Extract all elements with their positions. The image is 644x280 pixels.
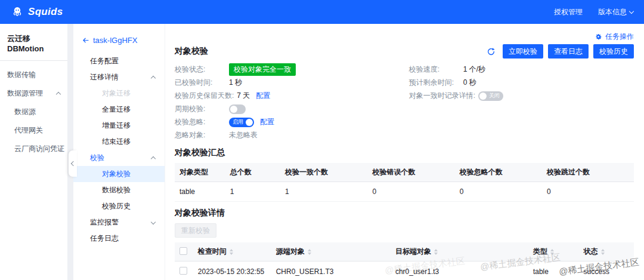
task-panel: task-lGgHFX 任务配置 迁移详情 对象迁移 全量迁移 增量迁移 [73, 24, 644, 280]
field-verified-time: 已校验时间: 1 秒 [175, 78, 409, 88]
tasknav-item-incremental-migration[interactable]: 增量迁移 [73, 118, 165, 134]
speed-label: 校验速度: [409, 64, 460, 75]
nav-version-label: 版本信息 [598, 7, 627, 17]
summary-cell: 1 [280, 182, 367, 202]
tasknav-item-task-log[interactable]: 任务日志 [73, 230, 165, 247]
field-history-days: 校验历史保留天数: 7 天 配置 [175, 91, 409, 101]
sidebar-item-label: 云厂商访问凭证 [14, 144, 64, 153]
primary-menu: 数据传输 数据源管理 数据源 代理网关 云厂商访问凭证 [0, 61, 67, 158]
toolbar: 立即校验 查看日志 校验历史 [484, 44, 634, 59]
row-select-cell [175, 261, 193, 280]
details-title: 对象校验详情 [175, 208, 634, 219]
tasknav-item-full-migration[interactable]: 全量迁移 [73, 101, 165, 118]
view-log-button[interactable]: 查看日志 [548, 44, 589, 59]
details-col-type[interactable]: 类型 [528, 242, 579, 261]
sort-icon [434, 249, 438, 255]
summary-col-skipped: 校验跳过个数 [542, 163, 634, 182]
tasknav-group-migration-detail[interactable]: 迁移详情 [73, 69, 165, 85]
field-row: 校验忽略: 启用 配置 [175, 116, 634, 128]
switch-knob [246, 119, 253, 126]
tasknav-item-task-config[interactable]: 任务配置 [73, 53, 165, 69]
verification-fields: 校验状态: 校验对象完全一致 校验速度: 1 个/秒 已校验时间: 1 秒 [175, 63, 634, 141]
details-row: 2023-05-15 20:32:55 CHR0_USER1.T3 chr0_u… [175, 261, 634, 280]
summary-title: 对象校验汇总 [175, 147, 634, 158]
sidebar-collapse-handle[interactable] [69, 150, 77, 177]
col-label: 目标端对象 [395, 247, 431, 257]
summary-table: 对象类型 总个数 校验一致个数 校验错误个数 校验忽略个数 校验跳过个数 tab… [175, 163, 634, 202]
details-table: 检查时间 源端对象 [175, 242, 634, 280]
reverify-button: 重新校验 [175, 223, 216, 238]
tasknav-item-end-migration[interactable]: 结束迁移 [73, 134, 165, 150]
cycle-verify-toggle[interactable] [229, 104, 246, 114]
history-days-config-link[interactable]: 配置 [256, 91, 270, 101]
cycle-verify-label: 周期校验: [175, 104, 226, 114]
field-status: 校验状态: 校验对象完全一致 [175, 63, 409, 76]
tasknav-group-label: 监控报警 [90, 217, 119, 227]
verified-time-value: 1 秒 [229, 78, 242, 88]
switch-knob [230, 106, 237, 113]
sidebar-item-label: 数据源 [14, 107, 36, 116]
sort-icon [308, 249, 311, 255]
status-cell: success [579, 261, 634, 280]
select-all-checkbox[interactable] [179, 247, 187, 255]
ignore-config-link[interactable]: 配置 [260, 117, 274, 127]
summary-col-error: 校验错误个数 [367, 163, 454, 182]
brand-name: Squids [28, 6, 63, 18]
chevron-down-icon [151, 219, 156, 224]
details-col-target-object[interactable]: 目标端对象 [391, 242, 528, 261]
task-operations-label: 任务操作 [605, 32, 634, 42]
nav-version-info[interactable]: 版本信息 [598, 7, 633, 17]
topbar: Squids 授权管理 版本信息 [0, 0, 644, 24]
ignored-objects-value: 未忽略表 [229, 130, 258, 140]
details-col-status[interactable]: 状态 [579, 242, 634, 261]
row-checkbox[interactable] [179, 267, 187, 275]
record-detail-toggle[interactable]: 关闭 [478, 91, 503, 101]
task-operations-button[interactable]: 任务操作 [595, 31, 634, 42]
sidebar-item-datasource[interactable]: 数据源 [0, 103, 67, 121]
sidebar-item-proxy-gateway[interactable]: 代理网关 [0, 121, 67, 140]
ignore-toggle[interactable]: 启用 [229, 118, 254, 127]
tasknav-group-verification[interactable]: 校验 [73, 150, 165, 166]
target-object-cell: chr0_user1.t3 [391, 261, 528, 280]
sidebar-item-label: 数据传输 [7, 70, 36, 80]
sort-icon [550, 249, 554, 255]
ops-row: 任务操作 [175, 31, 634, 42]
record-detail-label: 对象一致时记录详情: [409, 91, 475, 101]
gear-icon [595, 33, 602, 41]
layout: 云迁移 DBMotion 数据传输 数据源管理 数据源 代理网关 云厂商访问凭证 [0, 24, 644, 280]
sidebar-item-cloud-credentials[interactable]: 云厂商访问凭证 [0, 140, 67, 158]
tasknav-item-data-verification[interactable]: 数据校验 [73, 182, 165, 198]
speed-value: 1 个/秒 [463, 64, 485, 75]
back-link[interactable]: task-lGgHFX [73, 31, 165, 53]
tasknav-item-label: 对象迁移 [102, 88, 131, 99]
verify-history-button[interactable]: 校验历史 [593, 44, 634, 59]
summary-col-total: 总个数 [225, 163, 280, 182]
chevron-up-icon [151, 76, 156, 81]
refresh-button[interactable] [484, 44, 498, 59]
verify-now-button[interactable]: 立即校验 [503, 44, 543, 59]
summary-cell: 0 [455, 182, 542, 202]
field-ignore: 校验忽略: 启用 配置 [175, 117, 409, 127]
select-all-header [175, 242, 193, 261]
brand[interactable]: Squids [11, 5, 63, 19]
refresh-icon [487, 47, 496, 56]
switch-text: 启用 [233, 118, 243, 126]
squids-logo-icon [11, 5, 24, 19]
app-root: Squids 授权管理 版本信息 云迁移 DBMotion 数据传输 数据源管理 [0, 0, 644, 280]
tasknav-group-label: 校验 [90, 153, 104, 163]
chevron-left-icon [71, 161, 76, 166]
sidebar-item-label: 代理网关 [14, 126, 43, 134]
product-title: 云迁移 DBMotion [0, 24, 67, 61]
nav-authorization[interactable]: 授权管理 [554, 7, 583, 17]
sidebar-item-datasource-mgmt[interactable]: 数据源管理 [0, 84, 67, 103]
summary-cell: table [175, 182, 225, 202]
tasknav-item-label: 数据校验 [102, 185, 131, 195]
tasknav-group-monitor-alarm[interactable]: 监控报警 [73, 214, 165, 230]
details-col-check-time[interactable]: 检查时间 [193, 242, 271, 261]
tasknav-item-object-verification[interactable]: 对象校验 [73, 166, 165, 182]
tasknav-item-label: 校验历史 [102, 201, 131, 211]
tasknav-item-verification-history[interactable]: 校验历史 [73, 198, 165, 214]
details-col-source-object[interactable]: 源端对象 [271, 242, 391, 261]
sidebar-item-data-transmission[interactable]: 数据传输 [0, 66, 67, 84]
field-row: 校验状态: 校验对象完全一致 校验速度: 1 个/秒 [175, 63, 634, 76]
